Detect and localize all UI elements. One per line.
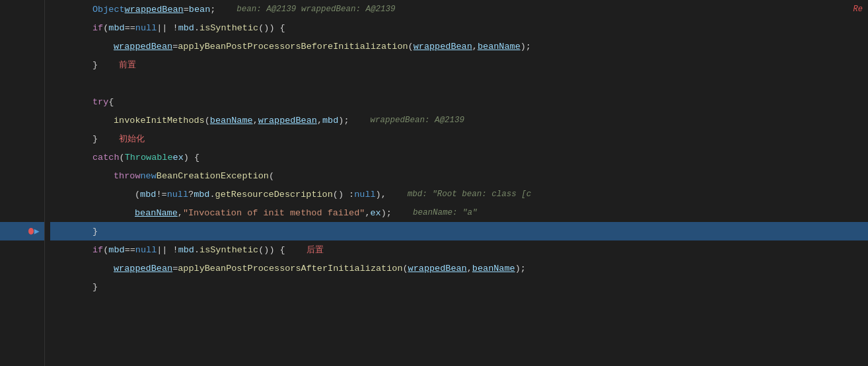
token: ( [205,116,210,126]
line-gutter: ▶ [0,0,45,366]
code-line: (mbd != null ? mbd.getResourceDescriptio… [50,185,868,203]
code-line: beanName, "Invocation of init method fai… [50,203,868,222]
inline-hint: 后置 [307,244,324,256]
token: ()) { [258,23,285,33]
token: try [92,97,108,107]
gutter-row: ▶ [0,222,44,240]
gutter-row [0,37,44,55]
token: catch [92,153,120,163]
gutter-row [0,240,44,259]
breakpoint-area[interactable]: ▶ [28,227,40,236]
token: , [178,208,183,218]
token: } [92,282,98,292]
token: wrappedBean [408,264,467,274]
token: "Invocation of init method failed" [183,208,365,218]
code-content: (mbd != null ? mbd.getResourceDescriptio… [50,185,386,203]
token: ( [269,171,274,181]
token: = [172,42,178,52]
gutter-row [0,259,44,277]
token: if [92,23,103,33]
token: beanName [472,264,515,274]
token: != [156,190,166,200]
token: == [125,245,135,255]
inline-hint: 初始化 [119,133,145,145]
token: mbd [194,190,209,200]
gutter-row [0,166,44,185]
token: . [209,190,215,200]
gutter-row [0,0,44,18]
token: throw [114,171,141,181]
code-line: } [50,277,868,296]
token: ); [521,42,531,52]
token: Throwable [125,153,173,163]
gutter-row [0,277,44,296]
token: , [365,208,370,218]
code-content: } [50,222,98,240]
token: () : [333,190,354,200]
gutter-row [0,55,44,74]
code-content: wrappedBean = applyBeanPostProcessorsAft… [50,259,526,277]
token: ; [210,5,215,15]
token: mbd [322,116,338,126]
code-content: } [50,277,98,296]
token: mbd [108,23,124,33]
gutter-row [0,185,44,203]
gutter-row [0,18,44,37]
code-content: beanName, "Invocation of init method fai… [50,203,392,222]
token: ), [376,190,386,200]
token: applyBeanPostProcessorsBeforeInitializat… [178,42,408,52]
token: beanName [135,208,178,218]
token: . [194,23,199,33]
token: null [135,23,157,33]
token: ( [103,23,108,33]
token: null [135,245,157,255]
token: } [92,227,98,237]
inline-hint: wrappedBean: A@2139 [371,116,465,125]
code-content: catch (Throwable ex) { [50,148,199,166]
token: } [92,60,98,70]
token: beanName [210,116,253,126]
code-content: Object wrappedBean = bean; [50,0,215,18]
token: ()) { [258,245,285,255]
code-content: try { [50,92,114,111]
token: ? [188,190,194,200]
gutter-row [0,148,44,166]
gutter-row [0,111,44,129]
token: = [172,264,178,274]
token: ); [381,208,392,218]
token: wrappedBean [114,42,172,52]
token: null [354,190,375,200]
code-line: Object wrappedBean = bean;bean: A@2139 w… [50,0,868,18]
inline-hint: beanName: "a" [413,208,478,217]
token: isSynthetic [199,23,258,33]
token: wrappedBean [414,42,472,52]
code-content: if (mbd == null || !mbd.isSynthetic()) { [50,240,285,259]
inline-hint: 前置 [119,59,136,71]
code-content: invokeInitMethods(beanName, wrappedBean,… [50,111,349,129]
token: mbd [140,190,156,200]
token: if [92,245,103,255]
token: invokeInitMethods [114,116,205,126]
token: mbd [178,245,194,255]
token: ( [120,153,125,163]
code-line: } [50,222,868,240]
token: Object [92,5,125,15]
token: ex [370,208,380,218]
right-hint: Re [853,0,863,18]
token: null [167,190,188,200]
token: ( [403,264,408,274]
token: , [317,116,322,126]
token: getResourceDescription [215,190,333,200]
gutter-row [0,129,44,148]
token: mbd [178,23,194,33]
token: wrappedBean [114,264,172,274]
gutter-row [0,203,44,222]
token: wrappedBean [125,5,184,15]
token: , [467,264,472,274]
token: ) { [184,153,199,163]
current-line-arrow: ▶ [34,227,41,236]
token: wrappedBean [258,116,317,126]
token: || ! [157,23,178,33]
code-content: } [50,129,98,148]
code-line: }初始化 [50,129,868,148]
